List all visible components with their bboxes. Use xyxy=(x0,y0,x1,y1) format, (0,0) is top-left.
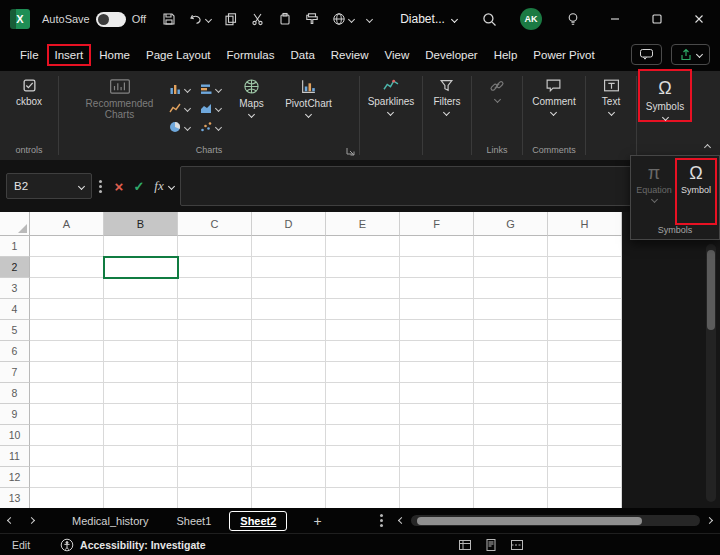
cell-F2[interactable] xyxy=(400,257,474,278)
cell-E5[interactable] xyxy=(326,320,400,341)
cell-E2[interactable] xyxy=(326,257,400,278)
cell-A4[interactable] xyxy=(30,299,104,320)
cell-G11[interactable] xyxy=(474,446,548,467)
normal-view-icon[interactable] xyxy=(458,538,472,552)
cell-F9[interactable] xyxy=(400,404,474,425)
sparklines-button[interactable]: Sparklines xyxy=(368,71,415,115)
column-header-E[interactable]: E xyxy=(326,212,400,236)
cell-E11[interactable] xyxy=(326,446,400,467)
horizontal-scrollbar-track[interactable] xyxy=(411,515,700,526)
accessibility-status[interactable]: Accessibility: Investigate xyxy=(60,538,205,552)
tab-help[interactable]: Help xyxy=(486,44,526,66)
column-header-B[interactable]: B xyxy=(104,212,178,236)
cell-A6[interactable] xyxy=(30,341,104,362)
cell-E7[interactable] xyxy=(326,362,400,383)
cell-F1[interactable] xyxy=(400,236,474,257)
column-header-H[interactable]: H xyxy=(548,212,622,236)
pie-chart-button[interactable] xyxy=(168,120,190,134)
symbol-menu-item[interactable]: Ω Symbol xyxy=(677,160,715,223)
close-button[interactable] xyxy=(678,0,720,38)
cell-A2[interactable] xyxy=(30,257,104,278)
cell-H12[interactable] xyxy=(548,467,622,488)
previous-sheet-button[interactable] xyxy=(7,517,14,524)
maps-button[interactable]: Maps xyxy=(227,71,277,117)
insert-tab[interactable]: Insert xyxy=(47,44,92,66)
cell-D3[interactable] xyxy=(252,278,326,299)
cell-B4[interactable] xyxy=(104,299,178,320)
cell-A12[interactable] xyxy=(30,467,104,488)
cell-F8[interactable] xyxy=(400,383,474,404)
cut-button[interactable] xyxy=(251,12,265,26)
enter-button[interactable]: ✓ xyxy=(129,179,149,194)
row-header-7[interactable]: 7 xyxy=(0,362,30,383)
cell-C10[interactable] xyxy=(178,425,252,446)
pivotchart-button[interactable]: PivotChart xyxy=(277,71,341,117)
cell-B5[interactable] xyxy=(104,320,178,341)
cell-G2[interactable] xyxy=(474,257,548,278)
new-comment-button[interactable]: Comment xyxy=(532,71,575,115)
page-layout-view-icon[interactable] xyxy=(484,538,498,552)
cell-D7[interactable] xyxy=(252,362,326,383)
cell-F6[interactable] xyxy=(400,341,474,362)
bar-chart-button[interactable] xyxy=(199,82,221,96)
page-break-view-icon[interactable] xyxy=(510,538,524,552)
cell-D12[interactable] xyxy=(252,467,326,488)
cell-G12[interactable] xyxy=(474,467,548,488)
tab-view[interactable]: View xyxy=(377,44,418,66)
cancel-button[interactable]: × xyxy=(109,178,129,195)
tab-file[interactable]: File xyxy=(12,44,47,66)
tab-data[interactable]: Data xyxy=(283,44,323,66)
row-header-11[interactable]: 11 xyxy=(0,446,30,467)
cell-E9[interactable] xyxy=(326,404,400,425)
formula-bar-handle[interactable] xyxy=(99,185,102,188)
cell-H5[interactable] xyxy=(548,320,622,341)
cell-E3[interactable] xyxy=(326,278,400,299)
collapse-ribbon-button[interactable] xyxy=(705,136,710,154)
cell-F4[interactable] xyxy=(400,299,474,320)
row-header-8[interactable]: 8 xyxy=(0,383,30,404)
cell-B10[interactable] xyxy=(104,425,178,446)
cell-G6[interactable] xyxy=(474,341,548,362)
line-chart-button[interactable] xyxy=(168,101,190,115)
cell-G7[interactable] xyxy=(474,362,548,383)
cell-D6[interactable] xyxy=(252,341,326,362)
cell-D13[interactable] xyxy=(252,488,326,509)
cell-D9[interactable] xyxy=(252,404,326,425)
cell-G9[interactable] xyxy=(474,404,548,425)
cell-G13[interactable] xyxy=(474,488,548,509)
row-header-5[interactable]: 5 xyxy=(0,320,30,341)
cell-B8[interactable] xyxy=(104,383,178,404)
cell-C13[interactable] xyxy=(178,488,252,509)
undo-button[interactable] xyxy=(189,12,211,26)
cell-C8[interactable] xyxy=(178,383,252,404)
cell-G3[interactable] xyxy=(474,278,548,299)
symbols-button[interactable]: Ω Symbols xyxy=(640,71,690,120)
cell-F10[interactable] xyxy=(400,425,474,446)
cell-D11[interactable] xyxy=(252,446,326,467)
cell-B13[interactable] xyxy=(104,488,178,509)
cell-D8[interactable] xyxy=(252,383,326,404)
chevron-down-icon[interactable] xyxy=(205,15,212,22)
cell-H1[interactable] xyxy=(548,236,622,257)
cell-B3[interactable] xyxy=(104,278,178,299)
tips-button[interactable] xyxy=(552,12,594,27)
cell-A9[interactable] xyxy=(30,404,104,425)
cell-H4[interactable] xyxy=(548,299,622,320)
cell-F12[interactable] xyxy=(400,467,474,488)
cell-A10[interactable] xyxy=(30,425,104,446)
cell-A1[interactable] xyxy=(30,236,104,257)
link-button[interactable] xyxy=(489,71,505,102)
cell-E10[interactable] xyxy=(326,425,400,446)
sheet-options-button[interactable] xyxy=(380,519,383,522)
row-header-13[interactable]: 13 xyxy=(0,488,30,509)
cell-E4[interactable] xyxy=(326,299,400,320)
row-header-3[interactable]: 3 xyxy=(0,278,30,299)
cell-F3[interactable] xyxy=(400,278,474,299)
cell-A11[interactable] xyxy=(30,446,104,467)
row-header-1[interactable]: 1 xyxy=(0,236,30,257)
charts-dialog-launcher[interactable] xyxy=(346,147,355,156)
tab-formulas[interactable]: Formulas xyxy=(219,44,283,66)
column-chart-button[interactable] xyxy=(168,82,190,96)
cell-C1[interactable] xyxy=(178,236,252,257)
cell-H13[interactable] xyxy=(548,488,622,509)
